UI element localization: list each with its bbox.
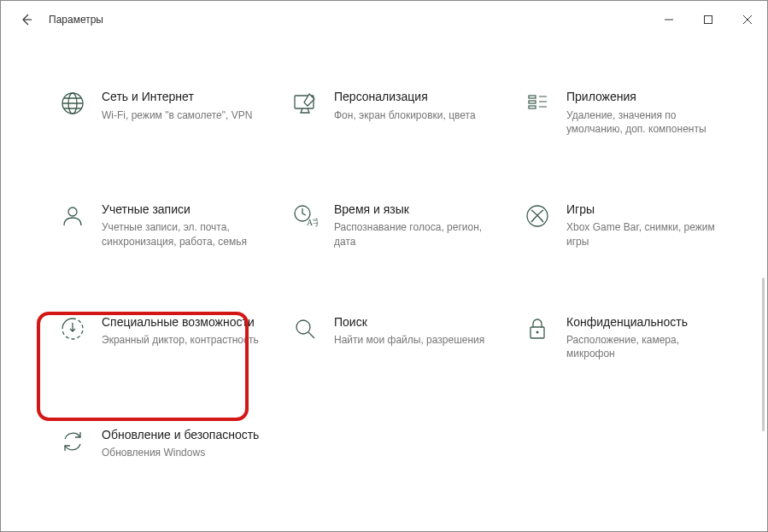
- person-icon: [57, 201, 88, 231]
- tile-subtitle: Учетные записи, эл. почта, синхронизация…: [102, 220, 261, 248]
- tile-accounts[interactable]: Учетные записи Учетные записи, эл. почта…: [52, 194, 266, 255]
- close-button[interactable]: [728, 1, 767, 38]
- minimize-icon: [665, 15, 673, 24]
- tile-title: Приложения: [566, 90, 725, 105]
- tile-title: Персонализация: [334, 90, 493, 105]
- accessibility-icon: [57, 313, 88, 344]
- tile-title: Учетные записи: [102, 202, 261, 218]
- tile-subtitle: Экранный диктор, контрастность: [102, 333, 261, 347]
- xbox-icon: [522, 201, 553, 231]
- svg-point-13: [536, 330, 539, 333]
- tile-subtitle: Удаление, значения по умолчанию, доп. ко…: [566, 108, 725, 136]
- svg-rect-4: [529, 96, 536, 98]
- tile-time-language[interactable]: A字 Время и язык Распознавание голоса, ре…: [284, 194, 498, 255]
- tile-search[interactable]: Поиск Найти мои файлы, разрешения: [284, 307, 498, 368]
- tile-title: Время и язык: [334, 202, 493, 218]
- svg-text:A字: A字: [307, 218, 318, 227]
- tile-subtitle: Расположение, камера, микрофон: [566, 333, 725, 360]
- tile-subtitle: Фон, экран блокировки, цвета: [334, 108, 493, 122]
- globe-icon: [57, 88, 88, 119]
- settings-grid: Сеть и Интернет Wi-Fi, режим "в самолете…: [52, 81, 724, 466]
- personalization-icon: [290, 88, 320, 119]
- tile-title: Игры: [566, 202, 725, 218]
- arrow-left-icon: [20, 13, 33, 26]
- maximize-button[interactable]: [689, 1, 728, 38]
- close-icon: [743, 15, 752, 24]
- update-icon: [57, 426, 88, 457]
- svg-rect-0: [705, 16, 712, 24]
- tile-subtitle: Распознавание голоса, регион, дата: [334, 220, 493, 248]
- window-controls: [649, 1, 767, 38]
- tile-privacy[interactable]: Конфиденциальность Расположение, камера,…: [517, 307, 730, 368]
- tile-apps[interactable]: Приложения Удаление, значения по умолчан…: [517, 81, 730, 143]
- tile-subtitle: Wi-Fi, режим "в самолете", VPN: [102, 108, 261, 122]
- titlebar: Параметры: [1, 1, 767, 38]
- minimize-button[interactable]: [649, 1, 689, 38]
- svg-rect-6: [529, 106, 536, 108]
- tile-accessibility[interactable]: Специальные возможности Экранный диктор,…: [52, 307, 266, 368]
- tile-gaming[interactable]: Игры Xbox Game Bar, снимки, режим игры: [517, 194, 730, 255]
- tile-subtitle: Найти мои файлы, разрешения: [334, 333, 493, 347]
- lock-icon: [522, 313, 553, 344]
- window-title: Параметры: [49, 14, 103, 26]
- svg-point-7: [68, 208, 77, 216]
- svg-rect-5: [529, 101, 536, 103]
- scrollbar[interactable]: [762, 278, 765, 431]
- tile-title: Обновление и безопасность: [102, 428, 261, 443]
- tile-title: Специальные возможности: [102, 315, 261, 330]
- maximize-icon: [704, 15, 712, 24]
- tile-title: Поиск: [334, 315, 493, 330]
- content-area: Сеть и Интернет Wi-Fi, режим "в самолете…: [1, 38, 767, 531]
- back-button[interactable]: [9, 1, 44, 38]
- tile-subtitle: Обновления Windows: [102, 446, 261, 459]
- svg-point-11: [296, 320, 310, 334]
- tile-network[interactable]: Сеть и Интернет Wi-Fi, режим "в самолете…: [52, 81, 266, 143]
- tile-title: Сеть и Интернет: [102, 90, 261, 105]
- search-icon: [290, 313, 320, 344]
- apps-icon: [522, 88, 553, 119]
- time-language-icon: A字: [290, 201, 320, 231]
- tile-title: Конфиденциальность: [566, 315, 725, 330]
- tile-subtitle: Xbox Game Bar, снимки, режим игры: [566, 220, 725, 248]
- tile-update[interactable]: Обновление и безопасность Обновления Win…: [52, 419, 266, 467]
- tile-personalization[interactable]: Персонализация Фон, экран блокировки, цв…: [284, 81, 498, 143]
